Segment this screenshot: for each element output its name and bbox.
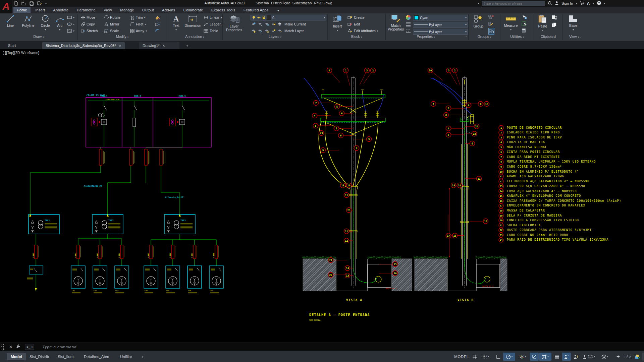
base-button[interactable]: Base▾ — [566, 14, 581, 32]
select-similar-button[interactable] — [522, 21, 527, 26]
tab-addins[interactable]: Add-ins — [159, 7, 178, 13]
new-file-icon[interactable] — [14, 1, 18, 6]
annotation-autoscale-button[interactable] — [572, 353, 580, 361]
autocad-logo[interactable]: A — [0, 0, 12, 13]
panel-label-view[interactable]: View ▾ ⌟ — [563, 35, 587, 39]
save-as-icon[interactable] — [37, 1, 42, 6]
customize-wrench-icon[interactable] — [16, 344, 21, 350]
edit-attributes-button[interactable]: Edit Attributes▾ — [347, 28, 378, 34]
layer-lock-icon[interactable] — [271, 22, 275, 26]
block-edit-button[interactable]: Edit — [347, 21, 360, 27]
isolate-objects-button[interactable]: □°△ — [623, 353, 633, 361]
panel-label-layers[interactable]: Layers ▾ — [223, 35, 327, 39]
copy-clip-button[interactable] — [552, 22, 557, 27]
save-icon[interactable] — [30, 1, 34, 6]
table-button[interactable]: Table — [204, 28, 218, 34]
trim-button[interactable]: Trim▾ — [130, 15, 146, 20]
line-button[interactable]: Line — [3, 14, 18, 27]
layout-tab-unifilar[interactable]: Unifilar — [116, 353, 136, 360]
close-tab-icon[interactable]: ✕ — [119, 44, 121, 48]
match-layer-label[interactable]: Match Layer — [284, 29, 304, 33]
search-input[interactable] — [482, 1, 545, 6]
annotation-scale-button[interactable]: 1:1▾ — [581, 353, 597, 361]
tab-view[interactable]: View — [100, 7, 115, 13]
file-tab-current[interactable]: Sistema_Distribuição_Subestação_Rev05*✕ — [42, 42, 125, 49]
model-space-button[interactable]: MODEL — [453, 353, 470, 361]
polar-tracking-button[interactable]: ▾ — [503, 353, 515, 361]
cart-icon[interactable] — [580, 1, 584, 6]
file-tab-drawing1[interactable]: Drawing1*✕ — [139, 42, 179, 49]
hatch-tool[interactable]: ▾ — [67, 28, 74, 34]
panel-label-utilities[interactable]: Utilities ▾ — [501, 35, 533, 39]
qat-dropdown-icon[interactable]: ▾ — [45, 2, 47, 5]
measure-button[interactable]: Measure▾ — [502, 14, 520, 32]
paste-button[interactable]: Paste▾ — [536, 14, 550, 32]
panel-label-block[interactable]: Block ▾ — [328, 35, 385, 39]
make-current-label[interactable]: Make Current — [284, 22, 306, 26]
stretch-button[interactable]: Stretch — [81, 28, 98, 34]
explode-button[interactable] — [155, 21, 160, 27]
lineweight-combo[interactable]: ByLayer ▾ — [413, 22, 468, 27]
ribbon-options-icon[interactable]: ▫▾ — [273, 8, 283, 13]
autodesk-app-icon[interactable]: A — [587, 1, 590, 6]
rotate-button[interactable]: Rotate — [104, 15, 120, 20]
user-icon[interactable] — [555, 1, 559, 6]
clean-screen-button[interactable]: + — [614, 353, 623, 361]
drawing-viewport[interactable]: CD-MT 13.8kV 13.8kV-60Hz-3F+N — [0, 49, 644, 343]
new-drawing-tab-button[interactable]: + — [183, 42, 192, 49]
viewport-controls[interactable]: [-][Top][2D Wireframe] — [3, 51, 39, 55]
ungroup-button[interactable] — [488, 14, 494, 20]
object-snap-tracking-button[interactable] — [530, 353, 539, 361]
color-combo[interactable]: Cyan ▾ — [413, 15, 468, 20]
quick-select-button[interactable] — [522, 14, 527, 20]
tab-manage[interactable]: Manage — [117, 7, 138, 13]
group-selectable-toggle[interactable] — [488, 28, 494, 35]
make-current-icon[interactable] — [278, 22, 282, 26]
command-prompt-icon[interactable]: >_ ▾ — [25, 344, 34, 350]
object-snap-button[interactable]: ▾ — [539, 353, 551, 361]
file-tab-start[interactable]: Start — [5, 42, 38, 49]
open-folder-icon[interactable] — [21, 1, 26, 5]
grid-display-button[interactable] — [470, 353, 479, 361]
tab-insert[interactable]: Insert — [32, 7, 48, 13]
mirror-button[interactable]: Mirror — [104, 21, 119, 27]
app-dropdown-icon[interactable]: ▾ — [593, 2, 594, 5]
layer-isolate-icon[interactable] — [251, 22, 256, 26]
layer-properties-button[interactable]: Layer Properties — [224, 14, 244, 32]
linetype-combo[interactable]: ByLayer ▾ — [413, 29, 468, 35]
tab-parametric[interactable]: Parametric — [73, 7, 99, 13]
tab-featured-apps[interactable]: Featured Apps — [240, 7, 272, 13]
close-tab2-icon[interactable]: ✕ — [162, 44, 165, 48]
leader-button[interactable]: Leader▾ — [204, 21, 223, 27]
scale-button[interactable]: Scale — [104, 28, 119, 34]
signin-dropdown-icon[interactable]: ▾ — [576, 2, 577, 5]
help-dropdown-icon[interactable]: ▾ — [604, 2, 605, 5]
rectangle-tool[interactable]: ▾ — [67, 15, 74, 20]
erase-button[interactable] — [155, 15, 160, 20]
isodraft-button[interactable]: ▾ — [517, 353, 529, 361]
layer-freeze-icon[interactable] — [265, 22, 269, 26]
command-close-icon[interactable]: ✕ — [9, 345, 12, 349]
snap-mode-button[interactable]: ▾ — [480, 353, 492, 361]
tab-home[interactable]: Home — [13, 7, 31, 13]
block-create-button[interactable]: Create — [347, 15, 365, 20]
group-button[interactable]: Group — [470, 14, 486, 28]
match-layer-icon[interactable] — [278, 29, 282, 33]
ellipse-tool[interactable]: ▾ — [67, 21, 74, 27]
layer-match-icon[interactable] — [258, 29, 262, 33]
tab-annotate[interactable]: Annotate — [50, 7, 72, 13]
panel-label-groups[interactable]: Groups ▾ — [469, 35, 500, 39]
dimension-button[interactable]: Dimension — [183, 14, 202, 27]
arc-button[interactable]: Arc▾ — [54, 14, 66, 32]
tab-express-tools[interactable]: Express Tools — [208, 7, 238, 13]
cut-button[interactable] — [552, 15, 557, 20]
graphics-performance-button[interactable]: ✓ — [633, 353, 642, 361]
ortho-mode-button[interactable] — [494, 353, 502, 361]
layer-prev-icon[interactable] — [265, 29, 269, 33]
array-button[interactable]: Array▾ — [130, 28, 147, 34]
layer-off-icon[interactable] — [251, 29, 256, 33]
quick-calc-button[interactable] — [522, 28, 526, 33]
layout-tab-model[interactable]: Model — [7, 353, 26, 360]
workspace-settings-button[interactable]: ▾ — [598, 353, 611, 361]
search-expand-icon[interactable]: ▸ — [478, 2, 479, 5]
